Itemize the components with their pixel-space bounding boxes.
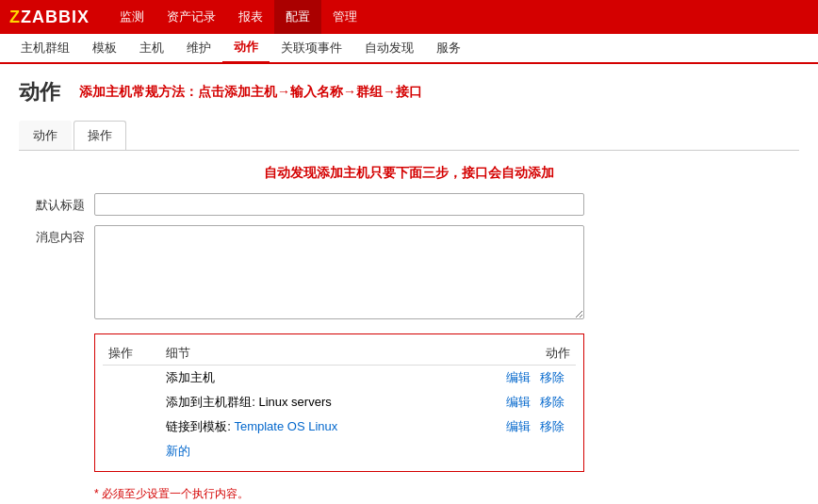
subnav-autodiscovery[interactable]: 自动发现 xyxy=(353,33,425,63)
top-nav-items: 监测 资产记录 报表 配置 管理 xyxy=(108,0,368,34)
nav-item-config[interactable]: 配置 xyxy=(274,0,321,34)
page-header: 动作 添加主机常规方法：点击添加主机→输入名称→群组→接口 xyxy=(19,78,799,106)
subnav-maintenance[interactable]: 维护 xyxy=(175,33,222,63)
operations-box: 操作 细节 动作 添加主机 编辑 移除 添加到主机群组: Linux serve… xyxy=(94,333,584,472)
subnav-event-link[interactable]: 关联项事件 xyxy=(270,33,353,63)
subnav-service[interactable]: 服务 xyxy=(425,33,472,63)
page-annotation: 添加主机常规方法：点击添加主机→输入名称→群组→接口 xyxy=(79,84,422,101)
ops-row-label-2 xyxy=(103,390,160,415)
tab-action[interactable]: 动作 xyxy=(19,121,72,150)
template-link[interactable]: Template OS Linux xyxy=(234,419,337,433)
top-nav: ZZABBIX 监测 资产记录 报表 配置 管理 xyxy=(0,0,818,34)
ops-row-actions-3: 编辑 移除 xyxy=(455,415,576,439)
tab-operation[interactable]: 操作 xyxy=(74,121,126,150)
ops-new-cell: 新的 xyxy=(160,439,576,463)
form-label-title: 默认标题 xyxy=(19,193,94,214)
tabs: 动作 操作 xyxy=(19,121,799,151)
nav-item-admin[interactable]: 管理 xyxy=(321,0,368,34)
sub-nav: 主机群组 模板 主机 维护 动作 关联项事件 自动发现 服务 xyxy=(0,34,818,64)
ops-row-actions-2: 编辑 移除 xyxy=(455,390,576,415)
sub-annotation: 自动发现添加主机只要下面三步，接口会自动添加 xyxy=(19,165,799,182)
table-row: 链接到模板: Template OS Linux 编辑 移除 xyxy=(103,415,576,439)
ops-row-detail-2: 添加到主机群组: Linux servers xyxy=(160,390,455,415)
default-title-input[interactable] xyxy=(94,193,584,216)
subnav-host[interactable]: 主机 xyxy=(128,33,175,63)
nav-item-report[interactable]: 报表 xyxy=(227,0,274,34)
edit-link-1[interactable]: 编辑 xyxy=(506,370,531,384)
footer-note: * 必须至少设置一个执行内容。 xyxy=(94,486,799,502)
remove-link-3[interactable]: 移除 xyxy=(540,419,564,433)
ops-col-label: 操作 xyxy=(103,342,160,366)
form-label-message: 消息内容 xyxy=(19,225,94,246)
table-row: 添加到主机群组: Linux servers 编辑 移除 xyxy=(103,390,576,415)
ops-new-label-cell xyxy=(103,439,160,463)
subnav-template[interactable]: 模板 xyxy=(81,33,128,63)
nav-item-monitor[interactable]: 监测 xyxy=(108,0,155,34)
table-row: 添加主机 编辑 移除 xyxy=(103,366,576,391)
page-title: 动作 xyxy=(19,78,60,106)
ops-detail-text-3: 链接到模板: xyxy=(166,419,234,433)
nav-item-assets[interactable]: 资产记录 xyxy=(155,0,227,34)
logo: ZZABBIX xyxy=(9,8,90,27)
ops-col-detail: 细节 xyxy=(160,342,455,366)
form-row-message: 消息内容 xyxy=(19,225,799,319)
ops-row-detail-3: 链接到模板: Template OS Linux xyxy=(160,415,455,439)
edit-link-2[interactable]: 编辑 xyxy=(506,395,531,409)
remove-link-2[interactable]: 移除 xyxy=(540,395,564,409)
operations-table: 操作 细节 动作 添加主机 编辑 移除 添加到主机群组: Linux serve… xyxy=(103,342,576,463)
remove-link-1[interactable]: 移除 xyxy=(540,370,564,384)
ops-row-label-1 xyxy=(103,366,160,391)
table-row-new: 新的 xyxy=(103,439,576,463)
subnav-action[interactable]: 动作 xyxy=(222,33,270,63)
page-content: 动作 添加主机常规方法：点击添加主机→输入名称→群组→接口 动作 操作 自动发现… xyxy=(0,64,818,504)
ops-row-actions-1: 编辑 移除 xyxy=(455,366,576,391)
edit-link-3[interactable]: 编辑 xyxy=(506,419,531,433)
ops-row-label-3 xyxy=(103,415,160,439)
message-textarea[interactable] xyxy=(94,225,584,319)
form-row-title: 默认标题 xyxy=(19,193,799,216)
subnav-hostgroup[interactable]: 主机群组 xyxy=(9,33,81,63)
ops-col-action: 动作 xyxy=(455,342,576,366)
new-operation-link[interactable]: 新的 xyxy=(166,444,190,458)
ops-row-detail-1: 添加主机 xyxy=(160,366,455,391)
ops-header-row: 操作 细节 动作 xyxy=(103,342,576,366)
